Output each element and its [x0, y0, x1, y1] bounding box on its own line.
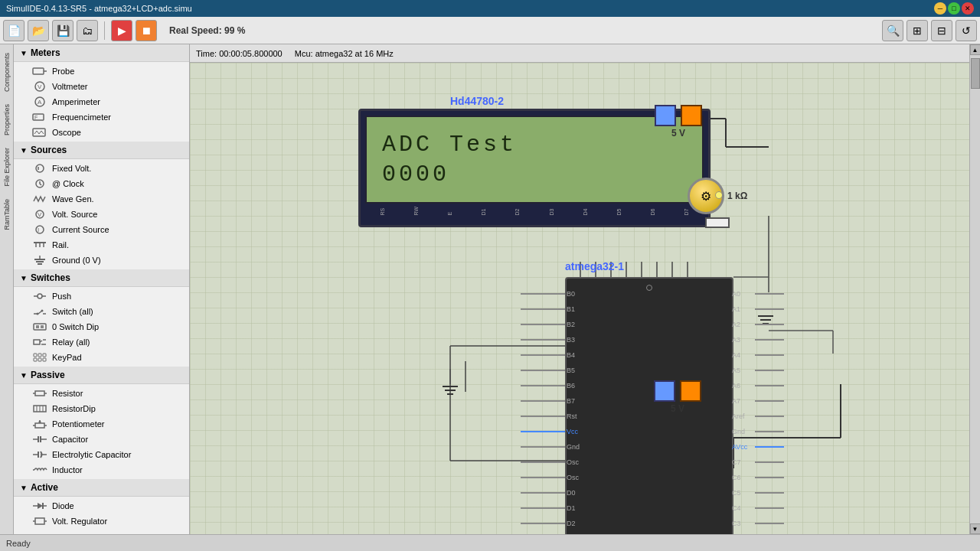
sources-items: Fixed Volt. @ Clock Wave Gen. V	[14, 159, 189, 269]
cursor-indicator	[715, 191, 723, 199]
sidebar-item-switch-all[interactable]: Switch (all)	[14, 304, 189, 319]
passive-section-header[interactable]: ▼ Passive	[14, 367, 189, 384]
scroll-thumb[interactable]	[971, 58, 980, 89]
svg-rect-41	[38, 354, 41, 357]
inductor-label: Inductor	[52, 465, 83, 474]
sidebar-item-rail[interactable]: Rail.	[14, 237, 189, 253]
open-button[interactable]: 📂	[28, 20, 49, 41]
sidebar-item-push[interactable]: Push	[14, 289, 189, 304]
switches-items: Push Switch (all) 0 Switch Dip	[14, 287, 189, 367]
sidebar-item-potentiometer[interactable]: Potentiometer	[14, 416, 189, 432]
side-tab-file-explorer[interactable]: File Explorer	[1, 142, 13, 192]
elec-cap-label: Electrolytic Capacitor	[52, 450, 131, 459]
oscope-label: Oscope	[52, 128, 81, 137]
toolbar-right-btn1[interactable]: 🔍	[882, 20, 903, 41]
active-arrow: ▼	[20, 484, 28, 492]
lcd-line2: 0000	[382, 160, 687, 190]
current-source-icon: I	[32, 224, 47, 235]
toolbar: 📄 📂 💾 🗂 ▶ ⏹ Real Speed: 99 % 🔍 ⊞ ⊟ ↺	[0, 17, 980, 44]
active-section-header[interactable]: ▼ Active	[14, 479, 189, 497]
switch-all-label: Switch (all)	[52, 307, 93, 316]
svg-rect-36	[34, 340, 40, 344]
stop-button[interactable]: ⏹	[136, 20, 157, 41]
side-tab-ramtable[interactable]: RamTable	[1, 194, 13, 236]
lcd-line1: ADC Test	[382, 130, 687, 160]
svg-point-9	[36, 165, 44, 172]
amperimeter-label: Amperimeter	[52, 97, 100, 106]
sidebar-item-voltmeter[interactable]: V Voltmeter	[14, 79, 189, 94]
power-bottom-blue-square[interactable]	[654, 380, 675, 402]
toolbar-right: 🔍 ⊞ ⊟ ↺	[882, 20, 977, 41]
sidebar-item-probe[interactable]: Probe	[14, 64, 189, 79]
rail-icon	[32, 240, 47, 250]
sim-info-bar: Time: 00:00:05.800000 Mcu: atmega32 at 1…	[190, 44, 969, 63]
oscope-icon	[32, 127, 47, 138]
sidebar-item-switch-dip[interactable]: 0 Switch Dip	[14, 319, 189, 334]
sidebar-item-diode[interactable]: Diode	[14, 498, 189, 514]
sidebar-item-inductor[interactable]: Inductor	[14, 462, 189, 478]
meters-section-header[interactable]: ▼ Meters	[14, 44, 189, 62]
lcd-screen: ADC Test 0000	[365, 116, 704, 204]
sidebar-item-wave-gen[interactable]: Wave Gen.	[14, 191, 189, 207]
scroll-down-button[interactable]: ▼	[970, 523, 981, 534]
sidebar-item-elec-cap[interactable]: Electrolytic Capacitor	[14, 447, 189, 462]
volt-regulator-label: Volt. Regulator	[52, 517, 107, 526]
vertical-scrollbar[interactable]: ▲ ▼	[969, 44, 980, 534]
volt-source-icon: V	[32, 209, 47, 220]
resistor-icon	[32, 388, 47, 399]
circuit-canvas[interactable]: Hd44780-2 ADC Test 0000 RS RW E D1 D2 D3	[190, 63, 969, 534]
new-button[interactable]: 📄	[3, 20, 24, 41]
close-button[interactable]: ✕	[962, 2, 974, 15]
sidebar-item-resistor[interactable]: Resistor	[14, 386, 189, 401]
toolbar-right-btn3[interactable]: ⊟	[931, 20, 952, 41]
side-tab-components[interactable]: Components	[1, 47, 13, 97]
switches-section-header[interactable]: ▼ Switches	[14, 269, 189, 287]
clock-icon	[32, 178, 47, 189]
meters-label: Meters	[31, 47, 60, 58]
svg-rect-45	[43, 358, 46, 361]
scroll-up-button[interactable]: ▲	[970, 44, 981, 55]
amperimeter-icon: A	[32, 96, 47, 107]
sources-section-header[interactable]: ▼ Sources	[14, 142, 189, 159]
toolbar-right-btn4[interactable]: ↺	[956, 20, 977, 41]
power-bottom-orange-square[interactable]	[680, 380, 701, 402]
potentiometer[interactable]: ⚙ 1 kΩ	[688, 178, 747, 228]
sidebar-item-oscope[interactable]: Oscope	[14, 125, 189, 140]
sidebar-item-keypad[interactable]: KeyPad	[14, 350, 189, 365]
atmega-chip[interactable]: B0 B1 B2 B3 B4 B5 B6 B7 Rst Vcc Gnd Osc …	[565, 277, 733, 534]
saveas-button[interactable]: 🗂	[77, 20, 98, 41]
resistor-label: Resistor	[52, 389, 83, 398]
switch-dip-icon	[32, 321, 47, 332]
sidebar-item-amperimeter[interactable]: A Amperimeter	[14, 94, 189, 109]
run-button[interactable]: ▶	[111, 20, 132, 41]
toolbar-right-btn2[interactable]: ⊞	[906, 20, 928, 41]
power-top-label: 5 V	[671, 128, 685, 139]
sidebar-item-fixed-volt[interactable]: Fixed Volt.	[14, 161, 189, 176]
power-top-blue-square[interactable]	[655, 105, 676, 126]
power-top-container: 5 V	[655, 105, 702, 139]
sidebar-item-capacitor[interactable]: Capacitor	[14, 432, 189, 447]
push-icon	[32, 291, 47, 302]
sidebar-item-ground[interactable]: Ground (0 V)	[14, 253, 189, 268]
atmega-title: atmega32-1	[565, 260, 624, 272]
sidebar-item-current-source[interactable]: I Current Source	[14, 222, 189, 237]
svg-marker-67	[38, 503, 43, 509]
minimize-button[interactable]: ─	[934, 2, 946, 15]
sources-label: Sources	[31, 145, 67, 155]
side-tab-properties[interactable]: Properties	[1, 99, 13, 141]
maximize-button[interactable]: □	[948, 2, 960, 15]
power-top-orange-square[interactable]	[681, 105, 702, 126]
chip-notch	[646, 285, 652, 291]
sidebar-item-volt-source[interactable]: V Volt. Source	[14, 207, 189, 222]
resistor-body	[705, 217, 730, 228]
sidebar-item-resistordip[interactable]: ResistorDip	[14, 401, 189, 416]
sidebar-item-relay-all[interactable]: Relay (all)	[14, 334, 189, 350]
save-button[interactable]: 💾	[52, 20, 74, 41]
speed-status: Real Speed: 99 %	[169, 25, 245, 36]
sidebar-item-volt-regulator[interactable]: Volt. Regulator	[14, 514, 189, 529]
push-label: Push	[52, 292, 71, 301]
sidebar-item-frequencimeter[interactable]: F Frequencimeter	[14, 109, 189, 125]
diode-label: Diode	[52, 501, 74, 510]
sidebar-item-clock[interactable]: @ Clock	[14, 176, 189, 191]
sim-mcu: Mcu: atmega32 at 16 MHz	[295, 49, 394, 58]
